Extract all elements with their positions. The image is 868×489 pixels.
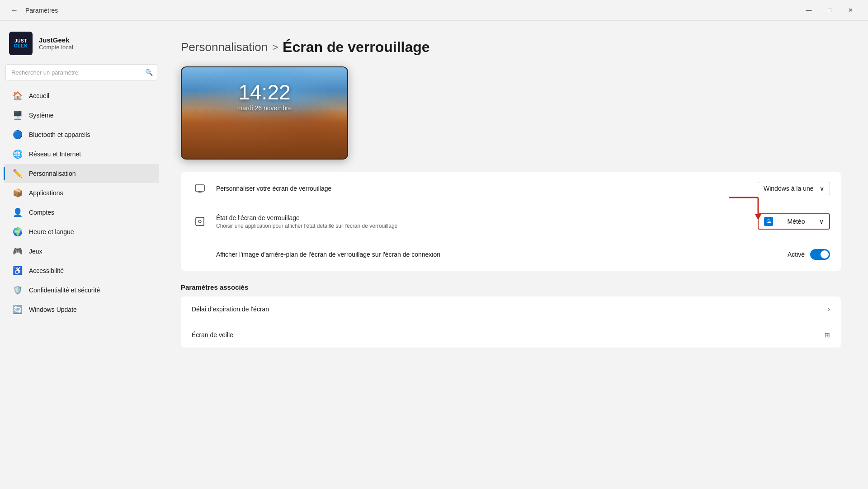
sidebar-item-systeme[interactable]: 🖥️Système: [4, 106, 159, 125]
arriere-plan-control: Activé: [788, 249, 830, 260]
titlebar: ← Paramètres — □ ✕: [0, 0, 868, 21]
sidebar-item-heure[interactable]: 🌍Heure et langue: [4, 222, 159, 241]
list-row-title-veille: Écran de veille: [192, 331, 825, 339]
user-role: Compte local: [39, 44, 73, 51]
svg-marker-5: [755, 214, 761, 220]
app-body: JUST GEEK JustGeek Compte local 🔍 🏠Accue…: [0, 21, 868, 489]
chevron-down-icon: ∨: [820, 185, 824, 192]
settings-row-etat: État de l'écran de verrouillage Choisir …: [181, 205, 841, 238]
minimize-button[interactable]: —: [798, 0, 819, 21]
user-name: JustGeek: [39, 36, 73, 44]
personnaliser-dropdown[interactable]: Windows à la une ∨: [758, 182, 830, 195]
applications-label: Applications: [29, 189, 63, 197]
systeme-icon: 🖥️: [13, 110, 23, 120]
reseau-label: Réseau et Internet: [29, 150, 81, 158]
jeux-label: Jeux: [29, 248, 42, 255]
svg-point-7: [198, 220, 201, 223]
search-icon: 🔍: [145, 69, 153, 76]
comptes-icon: 👤: [13, 207, 23, 217]
accueil-icon: 🏠: [13, 91, 23, 101]
sidebar-item-windows-update[interactable]: 🔄Windows Update: [4, 300, 159, 319]
heure-icon: 🌍: [13, 227, 23, 237]
confidentialite-icon: 🛡️: [13, 285, 23, 295]
systeme-label: Système: [29, 112, 53, 119]
etat-dropdown-value: Météo: [788, 218, 805, 225]
etat-dropdown[interactable]: 🌤 Météo ∨: [758, 213, 830, 230]
sidebar-item-bluetooth[interactable]: 🔵Bluetooth et appareils: [4, 125, 159, 144]
personnaliser-content: Personnaliser votre écran de verrouillag…: [216, 185, 758, 192]
windows-update-icon: 🔄: [13, 305, 23, 315]
accueil-label: Accueil: [29, 92, 49, 99]
chevron-down-icon: ∨: [819, 218, 824, 225]
sidebar-item-personnalisation[interactable]: ✏️Personnalisation: [4, 164, 159, 183]
settings-card-main: Personnaliser votre écran de verrouillag…: [181, 172, 841, 271]
bluetooth-icon: 🔵: [13, 130, 23, 140]
windows-update-label: Windows Update: [29, 306, 77, 313]
associated-settings-card: Délai d'expiration de l'écran›Écran de v…: [181, 296, 841, 348]
personnaliser-icon: [192, 180, 208, 197]
search-input[interactable]: [5, 64, 157, 80]
toggle-label: Activé: [788, 251, 805, 258]
sidebar-item-reseau[interactable]: 🌐Réseau et Internet: [4, 145, 159, 164]
list-row-delai[interactable]: Délai d'expiration de l'écran›: [181, 296, 841, 322]
meteo-app-icon: 🌤: [764, 217, 773, 226]
arriere-plan-title: Afficher l'image d'arrière-plan de l'écr…: [216, 251, 788, 258]
etat-subtitle: Choisir une application pour afficher l'…: [216, 223, 758, 229]
arriere-plan-toggle[interactable]: [810, 249, 830, 260]
personnaliser-dropdown-value: Windows à la une: [764, 185, 814, 192]
sidebar-item-applications[interactable]: 📦Applications: [4, 183, 159, 202]
jeux-icon: 🎮: [13, 246, 23, 256]
applications-icon: 📦: [13, 188, 23, 198]
sidebar-nav: 🏠Accueil🖥️Système🔵Bluetooth et appareils…: [0, 86, 163, 320]
bluetooth-label: Bluetooth et appareils: [29, 131, 90, 138]
sidebar-item-comptes[interactable]: 👤Comptes: [4, 203, 159, 222]
breadcrumb: Personnalisation > Écran de verrouillage: [181, 39, 841, 56]
logo-line1: JUST: [14, 38, 27, 43]
brand-logo: JUST GEEK: [9, 32, 33, 55]
accessibilite-label: Accessibilité: [29, 267, 64, 274]
section-heading: Paramètres associés: [181, 273, 841, 296]
etat-content: État de l'écran de verrouillage Choisir …: [216, 214, 758, 229]
sidebar-item-accessibilite[interactable]: ♿Accessibilité: [4, 261, 159, 280]
list-row-chevron-delai: ›: [828, 306, 830, 313]
sidebar-item-accueil[interactable]: 🏠Accueil: [4, 86, 159, 105]
sidebar: JUST GEEK JustGeek Compte local 🔍 🏠Accue…: [0, 21, 163, 489]
sidebar-item-jeux[interactable]: 🎮Jeux: [4, 242, 159, 261]
logo-line2: GEEK: [14, 43, 28, 48]
list-row-chevron-veille: ⊞: [825, 331, 830, 339]
list-row-veille[interactable]: Écran de veille⊞: [181, 322, 841, 348]
accessibilite-icon: ♿: [13, 266, 23, 276]
svg-rect-6: [196, 217, 204, 226]
window-controls: — □ ✕: [798, 0, 861, 21]
heure-label: Heure et langue: [29, 228, 74, 235]
settings-row-arriere-plan: Afficher l'image d'arrière-plan de l'écr…: [181, 238, 841, 271]
confidentialite-label: Confidentialité et sécurité: [29, 287, 100, 294]
list-row-title-delai: Délai d'expiration de l'écran: [192, 306, 828, 313]
personnalisation-icon: ✏️: [13, 169, 23, 179]
personnaliser-title: Personnaliser votre écran de verrouillag…: [216, 185, 758, 192]
etat-title: État de l'écran de verrouillage: [216, 214, 758, 221]
window-title: Paramètres: [25, 7, 798, 14]
search-container: 🔍: [5, 64, 157, 80]
main-content: Personnalisation > Écran de verrouillage…: [163, 21, 868, 489]
etat-icon: [192, 213, 208, 230]
svg-rect-0: [195, 185, 204, 191]
sidebar-profile: JUST GEEK JustGeek Compte local: [0, 26, 163, 64]
close-button[interactable]: ✕: [840, 0, 861, 21]
comptes-label: Comptes: [29, 209, 54, 216]
breadcrumb-parent: Personnalisation: [181, 40, 268, 54]
sidebar-item-confidentialite[interactable]: 🛡️Confidentialité et sécurité: [4, 281, 159, 300]
personnaliser-control: Windows à la une ∨: [758, 182, 830, 195]
breadcrumb-separator: >: [272, 42, 278, 53]
reseau-icon: 🌐: [13, 149, 23, 159]
etat-control: 🌤 Météo ∨: [758, 213, 830, 230]
lockscreen-date: mardi 26 novembre: [237, 104, 292, 112]
personnalisation-label: Personnalisation: [29, 170, 76, 177]
back-button[interactable]: ←: [7, 3, 22, 18]
user-info: JustGeek Compte local: [39, 36, 73, 51]
lockscreen-time: 14:22: [238, 80, 290, 104]
page-title: Écran de verrouillage: [283, 39, 429, 56]
arriere-plan-content: Afficher l'image d'arrière-plan de l'écr…: [216, 251, 788, 258]
lockscreen-preview: 14:22 mardi 26 novembre: [181, 66, 348, 160]
maximize-button[interactable]: □: [819, 0, 840, 21]
